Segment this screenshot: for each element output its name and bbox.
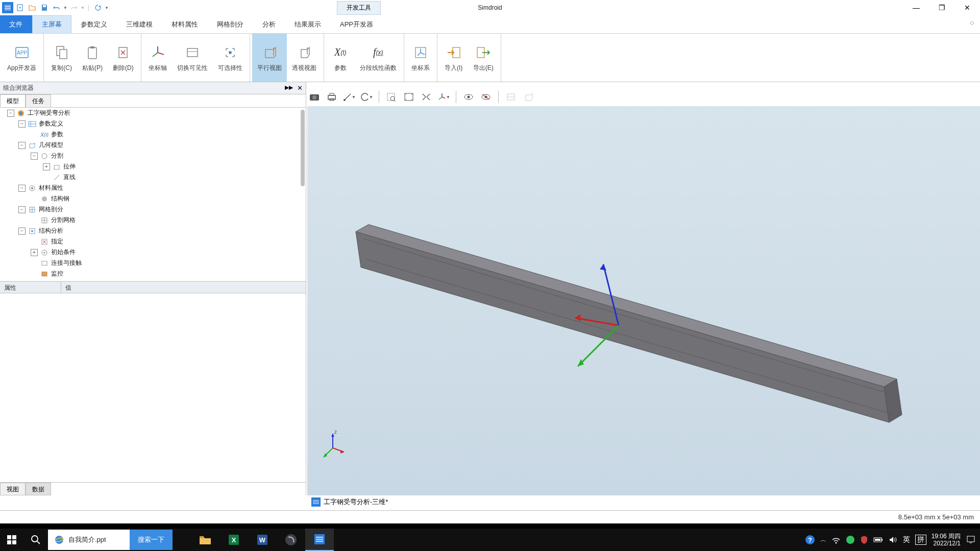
menu-tab-mesh[interactable]: 网格剖分 [208,15,253,33]
tree-node-params[interactable]: −参数定义 [0,118,306,129]
bottom-tab-data[interactable]: 数据 [26,483,51,495]
ribbon-perspective-view[interactable]: 透视视图 [287,34,322,82]
tree-scrollbar[interactable] [301,110,305,186]
tree-node-initial[interactable]: +初始条件 [0,247,306,258]
ime-mode[interactable]: 拼 [915,535,926,545]
vp-camera-button[interactable] [307,90,322,104]
panel-tab-task[interactable]: 任务 [26,94,51,107]
word-app[interactable]: W [248,529,277,551]
ribbon-delete[interactable]: 删除(D) [108,34,139,82]
refresh-dropdown-icon[interactable]: ▼ [105,6,109,10]
tree-node-geom[interactable]: −几何模型 [0,140,306,151]
vp-zoom-fit-button[interactable] [402,90,416,104]
ribbon-axis[interactable]: 坐标轴 [143,34,172,82]
tree-toggle-icon[interactable]: − [18,185,26,192]
help-icon[interactable]: ? [805,535,815,545]
volume-icon[interactable] [889,536,898,544]
menu-tab-app-dev[interactable]: APP开发器 [331,15,383,33]
tree-node-split[interactable]: −分割 [0,151,306,161]
vp-line-dropdown[interactable]: ▼ [342,90,356,104]
vp-show-button[interactable] [461,90,476,104]
search-button[interactable] [23,529,48,551]
tree-node-material[interactable]: −材料属性 [0,183,306,193]
ribbon-coordsys[interactable]: 坐标系 [406,34,435,82]
battery-icon[interactable] [873,536,884,543]
tree-toggle-icon[interactable]: − [31,153,38,160]
redo-dropdown-icon[interactable]: ▼ [81,6,85,10]
tree-node-assign[interactable]: 指定 [0,236,306,247]
dev-tools-tab[interactable]: 开发工具 [337,1,381,15]
open-file-button[interactable] [27,2,38,13]
menu-file[interactable]: 文件 [0,15,32,33]
simdroid-app[interactable] [305,529,334,551]
tree-node-project[interactable]: −工字钢受弯分析 [0,108,306,118]
redo-button[interactable] [68,2,80,13]
ribbon-selectable[interactable]: 可选择性 [213,34,248,82]
task-view-button[interactable] [173,529,191,551]
ribbon-visibility[interactable]: 切换可见性 [172,34,213,82]
ribbon-export[interactable]: 导出(E) [468,34,499,82]
tree-node-mesh[interactable]: −网格剖分 [0,204,306,215]
vp-section-button[interactable] [521,90,535,104]
menu-tab-results[interactable]: 结果展示 [285,15,331,33]
tree-toggle-icon[interactable]: − [7,110,14,117]
menu-tab-analysis[interactable]: 分析 [253,15,285,33]
vp-axis-dropdown[interactable]: ▼ [436,90,451,104]
tree-toggle-icon[interactable]: − [18,206,26,213]
maximize-button[interactable]: ❐ [929,0,954,15]
tree-node-xt[interactable]: X(t)参数 [0,129,306,140]
menu-tab-param-def[interactable]: 参数定义 [71,15,117,33]
ribbon-piecewise[interactable]: f(x)分段线性函数 [355,34,402,82]
panel-close-button[interactable]: ✕ [297,84,303,92]
app-4[interactable] [277,529,305,551]
wifi-icon[interactable] [831,536,841,544]
tree-node-struct-analysis[interactable]: −结构分析 [0,226,306,236]
save-button[interactable] [39,2,50,13]
security-icon[interactable] [860,535,868,544]
search-field[interactable]: 自我简介.ppt [48,530,130,550]
search-go-button[interactable]: 搜索一下 [130,530,173,550]
refresh-button[interactable] [92,2,104,13]
tree-toggle-icon[interactable]: + [43,163,50,170]
vp-zoom-window-button[interactable] [384,90,399,104]
taskbar-clock[interactable]: 19:06 周四 2022/12/1 [932,533,961,547]
tree-toggle-icon[interactable]: + [31,249,38,256]
tray-chevron-up-icon[interactable]: ︿ [820,536,826,544]
vp-clip-button[interactable] [504,90,518,104]
panel-expand-button[interactable]: ▶▶ [285,84,293,92]
close-button[interactable]: ✕ [954,0,980,15]
ribbon-paste[interactable]: 粘贴(P) [77,34,108,82]
explorer-app[interactable] [191,529,219,551]
3d-viewport[interactable]: z [307,106,980,495]
menu-tab-main-screen[interactable]: 主屏幕 [32,15,71,33]
menu-tab-material[interactable]: 材料属性 [162,15,208,33]
tree-toggle-icon[interactable]: − [18,142,26,149]
tree-node-contact[interactable]: 连接与接触 [0,258,306,268]
start-button[interactable] [0,529,23,551]
tray-app-icon[interactable] [846,535,855,544]
vp-hide-button[interactable] [479,90,493,104]
viewport-doc-tab[interactable]: 工字钢受弯分析-三维* [307,495,392,509]
ribbon-params[interactable]: X(t)参数 [326,34,355,82]
new-file-button[interactable] [14,2,26,13]
ribbon-app-dev[interactable]: APP App开发器 [2,34,41,82]
menu-tab-3d-model[interactable]: 三维建模 [117,15,162,33]
bottom-tab-view[interactable]: 视图 [0,483,26,495]
tree-node-monitor[interactable]: 监控 [0,268,306,279]
tree-node-steel[interactable]: 结构钢 [0,193,306,204]
panel-tab-model[interactable]: 模型 [0,94,26,107]
ribbon-collapse-button[interactable]: ◇ [964,15,980,33]
ribbon-parallel-view[interactable]: 平行视图 [252,34,287,82]
undo-dropdown-icon[interactable]: ▼ [63,6,67,10]
tree-toggle-icon[interactable]: − [18,120,26,128]
vp-circle-dropdown[interactable]: ▼ [359,90,374,104]
tree-node-line[interactable]: 直线 [0,172,306,183]
vp-print-button[interactable] [325,90,339,104]
tree-toggle-icon[interactable]: − [18,228,26,235]
tree-node-meshpart[interactable]: 分割网格 [0,215,306,226]
ribbon-import[interactable]: 导入(I) [439,34,468,82]
ribbon-copy[interactable]: 复制(C) [46,34,77,82]
ime-lang[interactable]: 英 [903,535,910,544]
minimize-button[interactable]: — [903,0,929,15]
excel-app[interactable]: X [219,529,248,551]
